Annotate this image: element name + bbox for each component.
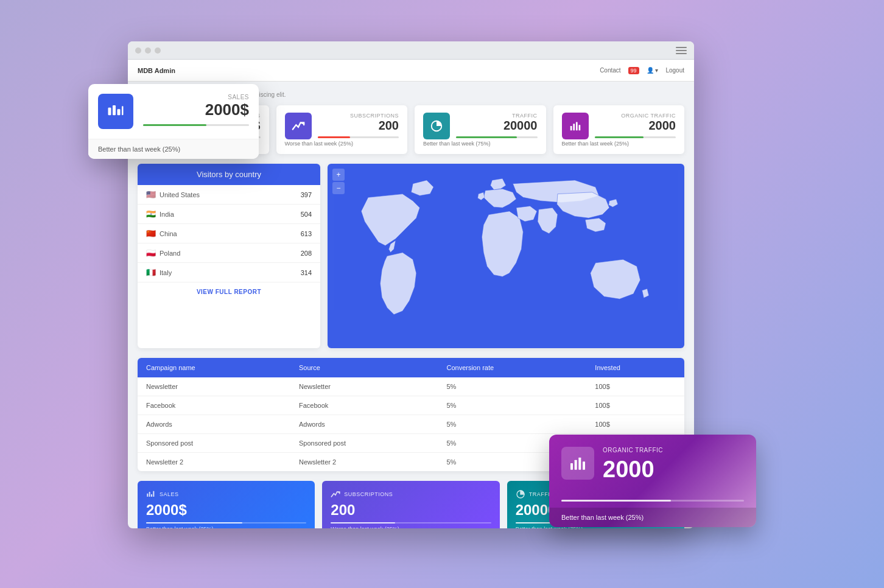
navbar-logout[interactable]: Logout: [665, 67, 684, 74]
sales-card-label: SALES: [143, 94, 249, 100]
bottom-card-progress-fill-sales: [146, 522, 242, 523]
svg-rect-21: [578, 458, 581, 470]
browser-titlebar: [128, 41, 694, 60]
menu-line-1: [676, 47, 687, 48]
bottom-card-value-sales: 2000$: [146, 502, 306, 519]
campaign-row: FacebookFacebook5%100$: [138, 396, 684, 415]
browser-dots: [135, 47, 161, 54]
floating-organic-card: ORGANIC TRAFFIC 2000 Better than last we…: [549, 435, 756, 527]
svg-rect-9: [570, 126, 572, 130]
browser-dot-1: [135, 47, 141, 54]
menu-line-3: [676, 53, 687, 54]
stat-progress-traffic: [456, 136, 538, 138]
campaign-cell: 5%: [438, 396, 586, 415]
bottom-card-value-subscriptions: 200: [331, 502, 491, 519]
visitors-table-row: 🇵🇱Poland 208: [138, 243, 320, 263]
stat-value-organic: 2000: [595, 119, 676, 133]
campaign-row: NewsletterNewsletter5%100$: [138, 377, 684, 396]
stat-footer-subscriptions: Worse than last week (25%): [285, 141, 399, 147]
map-panel: + −: [328, 164, 684, 348]
sales-card-value: 2000$: [143, 100, 249, 119]
stat-label-traffic: TRAFFIC: [456, 113, 538, 119]
campaign-cell: Facebook: [290, 396, 438, 415]
stat-info-organic: ORGANIC TRAFFIC 2000: [595, 113, 676, 141]
visitors-table-row: 🇺🇸United States 397: [138, 185, 320, 205]
sales-card-progress-fill: [143, 124, 206, 126]
floating-sales-card: SALES 2000$ Better than last week (25%): [88, 84, 259, 159]
campaigns-col-header: Source: [290, 358, 438, 377]
stat-progress-organic: [595, 136, 676, 138]
view-full-report-btn[interactable]: VIEW FULL REPORT: [138, 282, 320, 301]
navbar-badge: 99: [628, 67, 639, 74]
bottom-card-progress-sales: [146, 522, 306, 523]
country-flag-name: 🇵🇱Poland: [138, 243, 268, 263]
map-zoom-out-btn[interactable]: −: [332, 182, 345, 194]
campaign-cell: 100$: [586, 396, 684, 415]
svg-rect-15: [149, 492, 150, 497]
browser-dot-3: [155, 47, 161, 54]
svg-rect-10: [573, 124, 575, 130]
stat-value-traffic: 20000: [456, 119, 538, 133]
svg-rect-1: [113, 105, 116, 115]
bottom-card-label-subscriptions: SUBSCRIPTIONS: [331, 489, 491, 499]
country-flag-name: 🇮🇳India: [138, 205, 268, 224]
campaign-cell: 100$: [586, 377, 684, 396]
campaign-cell: Newsletter: [138, 377, 290, 396]
country-flag-name: 🇮🇹Italy: [138, 263, 268, 282]
stat-footer-organic: Better than last week (25%): [562, 141, 676, 147]
campaign-cell: Facebook: [138, 396, 290, 415]
campaigns-col-header: Campaign name: [138, 358, 290, 377]
country-count: 397: [268, 185, 320, 205]
stat-card-traffic: TRAFFIC 20000 Better than last week (75%…: [415, 105, 546, 154]
stat-icon-organic: [562, 113, 589, 139]
organic-card-progress-fill: [561, 500, 671, 502]
sales-card-footer: Better than last week (25%): [88, 139, 259, 159]
navbar-contact[interactable]: Contact: [600, 67, 620, 74]
svg-rect-2: [118, 109, 121, 115]
browser-dot-2: [145, 47, 151, 54]
stat-info-subscriptions: SUBSCRIPTIONS 200: [318, 113, 399, 141]
country-count: 314: [268, 263, 320, 282]
stat-progress-subscriptions: [318, 136, 399, 138]
map-controls: + −: [332, 169, 345, 194]
svg-rect-22: [583, 462, 585, 470]
app-navbar: MDB Admin Contact 99 👤 ▾ Logout: [128, 60, 694, 82]
map-zoom-in-btn[interactable]: +: [332, 169, 345, 181]
country-count: 208: [268, 243, 320, 263]
svg-rect-20: [575, 460, 577, 470]
bottom-card-progress-subscriptions: [331, 522, 491, 523]
stat-footer-traffic: Better than last week (75%): [423, 141, 538, 147]
bottom-card-footer-subscriptions: Worse than last week (25%): [331, 526, 491, 528]
campaign-cell: Newsletter 2: [290, 453, 438, 472]
visitors-header: Visitors by country: [138, 164, 320, 185]
stat-progress-fill-subscriptions: [318, 136, 350, 138]
bottom-card-footer-sales: Better than last week (25%): [146, 526, 306, 528]
visitors-table-row: 🇨🇳China 613: [138, 224, 320, 243]
country-count: 613: [268, 224, 320, 243]
campaign-cell: 5%: [438, 377, 586, 396]
campaign-cell: 100$: [586, 415, 684, 434]
middle-section: Visitors by country 🇺🇸United States 397 …: [138, 164, 684, 348]
sales-card-progress: [143, 124, 249, 126]
visitors-table-row: 🇮🇳India 504: [138, 205, 320, 224]
svg-rect-3: [122, 106, 124, 115]
campaign-cell: Newsletter: [290, 377, 438, 396]
campaign-row: AdwordsAdwords5%100$: [138, 415, 684, 434]
navbar-brand: MDB Admin: [138, 67, 175, 74]
visitors-table-row: 🇮🇹Italy 314: [138, 263, 320, 282]
browser-menu-icon[interactable]: [676, 47, 687, 54]
stat-card-subscriptions: SUBSCRIPTIONS 200 Worse than last week (…: [276, 105, 408, 154]
country-count: 504: [268, 205, 320, 224]
stat-label-subscriptions: SUBSCRIPTIONS: [318, 113, 399, 119]
menu-line-2: [676, 50, 687, 51]
bottom-card-progress-fill-subscriptions: [331, 522, 395, 523]
organic-card-footer: Better than last week (25%): [549, 508, 756, 527]
bottom-card-subscriptions: SUBSCRIPTIONS 200 Worse than last week (…: [322, 481, 499, 528]
sales-card-icon: [98, 94, 133, 129]
svg-rect-17: [153, 491, 154, 497]
sales-card-info: SALES 2000$: [143, 94, 249, 128]
svg-rect-16: [151, 494, 152, 497]
organic-card-value: 2000: [603, 456, 744, 484]
visitors-panel: Visitors by country 🇺🇸United States 397 …: [138, 164, 320, 348]
stat-icon-subscriptions: [285, 113, 312, 139]
